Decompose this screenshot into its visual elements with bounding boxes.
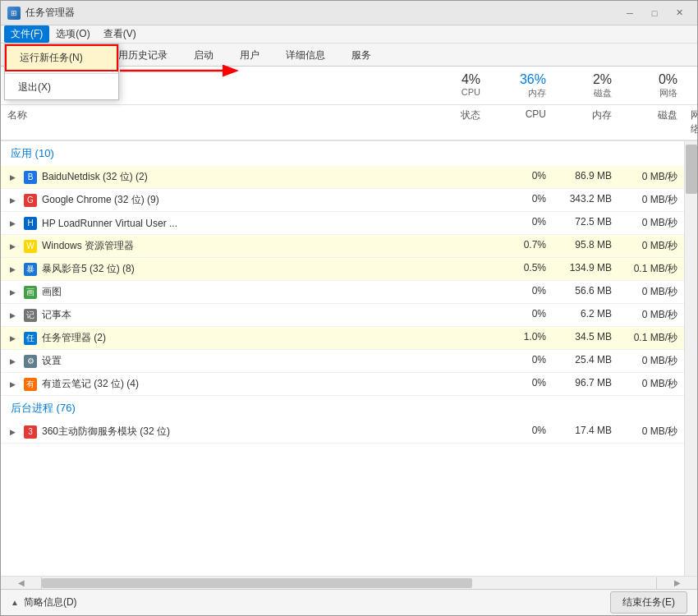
tab-details[interactable]: 详细信息 (273, 44, 338, 66)
process-icon: 任 (24, 332, 37, 345)
process-status (421, 375, 487, 393)
table-row[interactable]: ▶ B BaiduNetdisk (32 位) (2) 0% 86.9 MB 0… (1, 166, 697, 189)
process-name: 360主动防御服务模块 (32 位) (42, 425, 170, 439)
process-disk: 0 MB/秒 (618, 168, 684, 186)
tab-services[interactable]: 服务 (339, 44, 383, 66)
table-wrapper: 应用 (10) ▶ B BaiduNetdisk (32 位) (2) 0% 8… (1, 141, 697, 576)
scrollbar-thumb[interactable] (686, 145, 697, 194)
process-cpu: 0% (487, 283, 553, 301)
col-network[interactable]: 网络 (684, 107, 697, 138)
expand-arrow[interactable]: ▶ (7, 356, 17, 366)
expand-arrow[interactable]: ▶ (7, 379, 17, 389)
process-memory: 17.4 MB (553, 422, 618, 441)
maximize-button[interactable]: □ (643, 5, 666, 21)
process-cpu: 0% (487, 214, 553, 232)
bottom-bar: ▲ 简略信息(D) 结束任务(E) (1, 589, 697, 615)
process-name-cell: ▶ H HP LoadRunner Virtual User ... (1, 214, 421, 232)
process-name: BaiduNetdisk (32 位) (2) (42, 170, 148, 184)
process-status (421, 422, 487, 441)
process-cpu: 0.5% (487, 260, 553, 278)
process-disk: 0.1 MB/秒 (618, 329, 684, 347)
table-row[interactable]: ▶ 暴 暴风影音5 (32 位) (8) 0.5% 134.9 MB 0.1 M… (1, 258, 697, 281)
col-disk[interactable]: 磁盘 (618, 107, 684, 138)
menu-file[interactable]: 文件(F) (4, 25, 49, 43)
process-name-cell: ▶ G Google Chrome (32 位) (9) (1, 191, 421, 209)
expand-arrow[interactable]: ▶ (7, 310, 17, 320)
process-disk: 0 MB/秒 (618, 352, 684, 370)
process-status (421, 352, 487, 370)
table-row[interactable]: ▶ 有 有道云笔记 (32 位) (4) 0% 96.7 MB 0 MB/秒 0… (1, 373, 697, 396)
process-name-cell: ▶ 任 任务管理器 (2) (1, 329, 421, 347)
process-icon: ⚙ (24, 355, 37, 368)
minimize-button[interactable]: ─ (618, 5, 641, 21)
process-table[interactable]: 应用 (10) ▶ B BaiduNetdisk (32 位) (2) 0% 8… (1, 141, 697, 576)
apps-section-header: 应用 (10) (1, 141, 697, 166)
expand-arrow[interactable]: ▶ (7, 195, 17, 205)
expand-arrow[interactable]: ▶ (7, 218, 17, 228)
table-row[interactable]: ▶ 任 任务管理器 (2) 1.0% 34.5 MB 0.1 MB/秒 0 Mb… (1, 327, 697, 350)
process-name: Windows 资源管理器 (42, 239, 134, 253)
horizontal-scrollbar[interactable]: ◀ ▶ (1, 576, 697, 589)
process-icon: W (24, 240, 37, 253)
end-task-button[interactable]: 结束任务(E) (610, 591, 687, 614)
chevron-up-icon: ▲ (11, 598, 19, 607)
table-row[interactable]: ▶ ⚙ 设置 0% 25.4 MB 0 MB/秒 0 Mbps (1, 350, 697, 373)
expand-arrow[interactable]: ▶ (7, 333, 17, 343)
process-icon: 有 (24, 378, 37, 391)
process-status (421, 168, 487, 186)
brief-info-button[interactable]: ▲ 简略信息(D) (11, 595, 77, 609)
tab-startup[interactable]: 启动 (181, 44, 226, 66)
table-row[interactable]: ▶ G Google Chrome (32 位) (9) 0% 343.2 MB… (1, 189, 697, 212)
process-cpu: 0.7% (487, 237, 553, 255)
mem-stat: 36% 内存 (487, 70, 553, 101)
menu-view[interactable]: 查看(V) (97, 25, 143, 43)
process-cpu: 0% (487, 306, 553, 324)
expand-arrow[interactable]: ▶ (7, 427, 17, 437)
process-memory: 6.2 MB (553, 306, 618, 324)
process-memory: 72.5 MB (553, 214, 618, 232)
background-section-header: 后台进程 (76) (1, 396, 697, 421)
expand-arrow[interactable]: ▶ (7, 287, 17, 297)
process-icon: H (24, 217, 37, 230)
process-name-cell: ▶ 画 画图 (1, 283, 421, 301)
app-icon: ⊞ (7, 7, 21, 20)
col-memory[interactable]: 内存 (553, 107, 618, 138)
expand-arrow[interactable]: ▶ (7, 172, 17, 182)
close-button[interactable]: ✕ (668, 5, 691, 21)
tab-users[interactable]: 用户 (227, 44, 272, 66)
process-disk: 0 MB/秒 (618, 283, 684, 301)
expand-arrow[interactable]: ▶ (7, 264, 17, 274)
process-name: 设置 (42, 354, 62, 368)
process-status (421, 329, 487, 347)
process-disk: 0.1 MB/秒 (618, 260, 684, 278)
h-scrollbar-thumb[interactable] (42, 578, 472, 588)
process-icon: B (24, 171, 37, 184)
process-name: 记事本 (42, 308, 71, 322)
exit-item[interactable]: 退出(X) (5, 76, 118, 99)
process-disk: 0 MB/秒 (618, 237, 684, 255)
col-cpu[interactable]: CPU (487, 107, 553, 138)
expand-arrow[interactable]: ▶ (7, 241, 17, 251)
col-status[interactable]: 状态 (421, 107, 487, 138)
process-memory: 95.8 MB (553, 237, 618, 255)
column-headers: 名称 状态 CPU 内存 磁盘 网络 (1, 105, 697, 141)
process-cpu: 1.0% (487, 329, 553, 347)
table-row[interactable]: ▶ 3 360主动防御服务模块 (32 位) 0% 17.4 MB 0 MB/秒… (1, 421, 697, 444)
table-row[interactable]: ▶ 记 记事本 0% 6.2 MB 0 MB/秒 0 Mbps (1, 304, 697, 327)
process-status (421, 306, 487, 324)
table-row[interactable]: ▶ W Windows 资源管理器 0.7% 95.8 MB 0 MB/秒 0 … (1, 235, 697, 258)
menu-bar: 文件(F) 选项(O) 查看(V) 运行新任务(N) 退出(X) (1, 25, 697, 44)
process-name-cell: ▶ ⚙ 设置 (1, 352, 421, 370)
vertical-scrollbar[interactable] (684, 141, 697, 576)
col-name[interactable]: 名称 (1, 107, 421, 138)
run-new-task-item[interactable]: 运行新任务(N) (5, 44, 118, 71)
process-status (421, 237, 487, 255)
process-name: Google Chrome (32 位) (9) (42, 193, 159, 207)
table-row[interactable]: ▶ 画 画图 0% 56.6 MB 0 MB/秒 0 Mbps (1, 281, 697, 304)
process-cpu: 0% (487, 375, 553, 393)
process-status (421, 260, 487, 278)
process-cpu: 0% (487, 352, 553, 370)
menu-options[interactable]: 选项(O) (49, 25, 96, 43)
table-row[interactable]: ▶ H HP LoadRunner Virtual User ... 0% 72… (1, 212, 697, 235)
process-status (421, 191, 487, 209)
